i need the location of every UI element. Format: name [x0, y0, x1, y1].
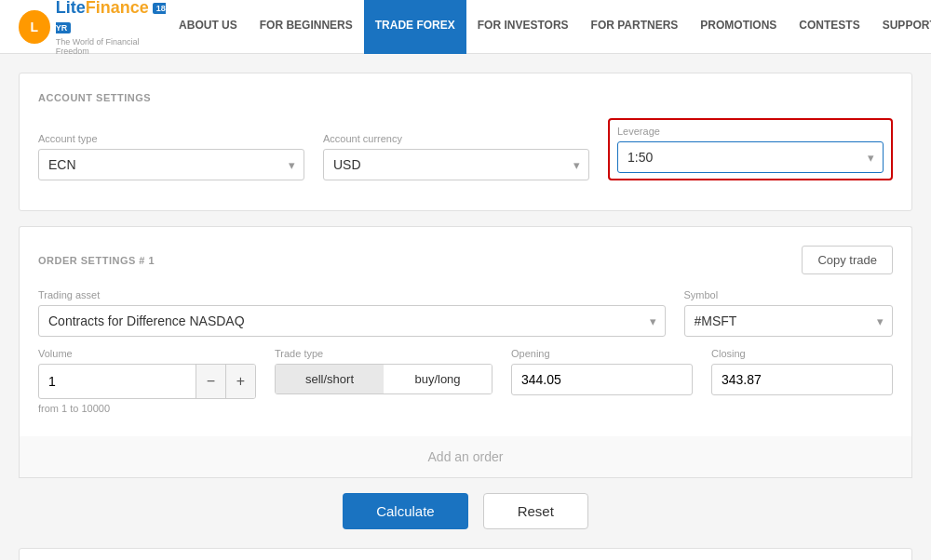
trade-type-group: Trade type sell/short buy/long — [275, 348, 492, 394]
leverage-label: Leverage — [617, 126, 884, 137]
nav-item-for-beginners[interactable]: FOR BEGINNERS — [249, 0, 364, 54]
volume-input-row: − + — [38, 364, 256, 399]
closing-label: Closing — [711, 348, 893, 359]
order-settings-section: ORDER SETTINGS # 1 Copy trade Trading as… — [19, 226, 912, 436]
account-currency-select-wrapper: USD EUR GBP — [323, 149, 589, 180]
logo-tagline: The World of Financial Freedom — [56, 37, 168, 56]
account-type-group: Account type ECN Classic Cent — [38, 133, 304, 180]
account-type-select-wrapper: ECN Classic Cent — [38, 149, 304, 180]
trade-type-label: Trade type — [275, 348, 492, 359]
volume-group: Volume − + from 1 to 10000 — [38, 348, 256, 414]
nav-item-about-us[interactable]: ABOUT US — [168, 0, 249, 54]
trading-asset-select[interactable]: Contracts for Difference NASDAQ Forex Me… — [38, 305, 666, 337]
buy-long-button[interactable]: buy/long — [384, 365, 492, 393]
nav-item-for-partners[interactable]: FOR PARTNERS — [580, 0, 690, 54]
volume-label: Volume — [38, 348, 256, 359]
closing-input[interactable] — [711, 364, 893, 395]
main-nav: ABOUT USFOR BEGINNERSTRADE FOREXFOR INVE… — [168, 0, 931, 54]
logo-brand: LiteFinance18YR — [56, 0, 168, 37]
volume-input[interactable] — [39, 367, 196, 396]
closing-group: Closing — [711, 348, 893, 395]
leverage-group: Leverage 1:1 1:10 1:50 1:100 1:200 1:500 — [608, 118, 893, 180]
symbol-label: Symbol — [684, 289, 894, 300]
sell-short-button[interactable]: sell/short — [276, 365, 384, 393]
opening-label: Opening — [511, 348, 693, 359]
results-section: ORDER #1 #MSFT (Microsoft Corporation) V… — [19, 548, 912, 560]
account-currency-select[interactable]: USD EUR GBP — [323, 149, 589, 180]
nav-item-promotions[interactable]: PROMOTIONS — [689, 0, 788, 54]
nav-item-trade-forex[interactable]: TRADE FOREX — [364, 0, 466, 54]
volume-trade-row: Volume − + from 1 to 10000 Trade type se… — [38, 348, 893, 414]
leverage-select[interactable]: 1:1 1:10 1:50 1:100 1:200 1:500 — [617, 141, 884, 173]
reset-button[interactable]: Reset — [483, 493, 588, 529]
action-row: Calculate Reset — [19, 493, 912, 529]
trading-asset-label: Trading asset — [38, 289, 666, 300]
trading-asset-select-wrapper: Contracts for Difference NASDAQ Forex Me… — [38, 305, 666, 337]
calculate-button[interactable]: Calculate — [343, 493, 468, 529]
nav-item-support[interactable]: SUPPORT — [871, 0, 931, 54]
account-currency-group: Account currency USD EUR GBP — [323, 133, 589, 180]
copy-trade-button[interactable]: Copy trade — [802, 246, 893, 274]
logo: L LiteFinance18YR The World of Financial… — [19, 0, 168, 56]
account-currency-label: Account currency — [323, 133, 589, 144]
main-content: ACCOUNT SETTINGS Account type ECN Classi… — [0, 54, 931, 560]
add-order-button[interactable]: Add an order — [428, 449, 504, 464]
logo-icon: L — [19, 10, 50, 44]
add-order-section: Add an order — [19, 436, 912, 478]
order-settings-title: ORDER SETTINGS # 1 — [38, 255, 155, 266]
account-type-select[interactable]: ECN Classic Cent — [38, 149, 304, 180]
account-settings-section: ACCOUNT SETTINGS Account type ECN Classi… — [19, 73, 912, 211]
leverage-select-wrapper: 1:1 1:10 1:50 1:100 1:200 1:500 — [617, 141, 884, 173]
nav-item-for-investors[interactable]: FOR INVESTORS — [466, 0, 580, 54]
opening-input[interactable] — [511, 364, 693, 395]
volume-minus-button[interactable]: − — [196, 365, 225, 398]
opening-group: Opening — [511, 348, 693, 395]
symbol-select-wrapper: #MSFT #AAPL #GOOGL — [684, 305, 894, 337]
volume-plus-button[interactable]: + — [225, 365, 255, 398]
volume-hint: from 1 to 10000 — [38, 403, 256, 414]
symbol-group: Symbol #MSFT #AAPL #GOOGL — [684, 289, 894, 337]
trade-type-buttons: sell/short buy/long — [275, 364, 492, 394]
account-settings-title: ACCOUNT SETTINGS — [38, 92, 893, 103]
header: L LiteFinance18YR The World of Financial… — [0, 0, 931, 54]
nav-item-contests[interactable]: CONTESTS — [788, 0, 870, 54]
account-type-label: Account type — [38, 133, 304, 144]
order-header: ORDER SETTINGS # 1 Copy trade — [38, 246, 893, 274]
symbol-select[interactable]: #MSFT #AAPL #GOOGL — [684, 305, 894, 337]
trading-asset-group: Trading asset Contracts for Difference N… — [38, 289, 666, 337]
asset-symbol-row: Trading asset Contracts for Difference N… — [38, 289, 893, 337]
account-form-row: Account type ECN Classic Cent Account cu… — [38, 118, 893, 180]
